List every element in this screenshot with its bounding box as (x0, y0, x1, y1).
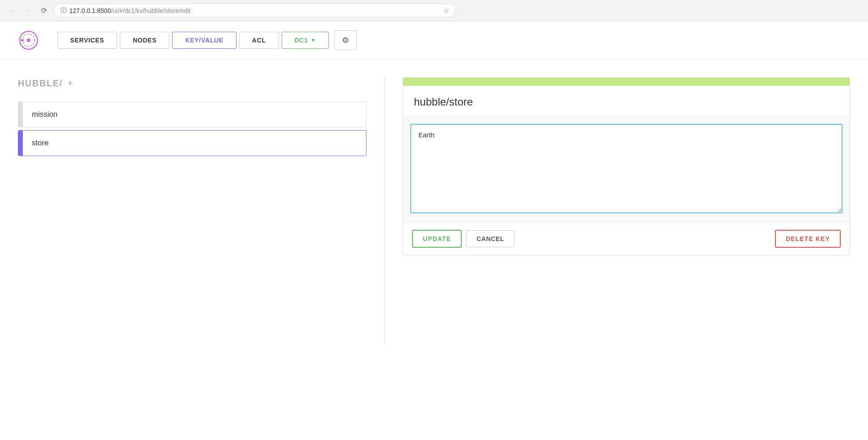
left-panel: HUBBLE/ + mission store (18, 77, 367, 156)
kv-item-label-store: store (23, 131, 58, 156)
app-logo (18, 30, 39, 51)
nav-services-button[interactable]: SERVICES (57, 32, 117, 49)
nav-acl-button[interactable]: ACL (239, 32, 279, 49)
edit-card-body: Earth (403, 117, 850, 222)
kv-list: mission store (18, 102, 367, 156)
edit-card-header-bar (403, 78, 850, 86)
url-host: 127.0.0.1:8500 (69, 7, 111, 14)
address-bar: ⓘ 127.0.0.1:8500/ui/#/dc1/kv/hubble/stor… (54, 4, 456, 17)
breadcrumb-path: HUBBLE/ (18, 78, 63, 88)
panel-divider (384, 77, 385, 346)
edit-card-title: hubble/store (403, 86, 850, 117)
breadcrumb: HUBBLE/ + (18, 77, 367, 89)
add-key-icon[interactable]: + (67, 77, 73, 89)
bookmark-icon[interactable]: ☆ (443, 6, 449, 15)
delete-key-button[interactable]: DELETE KEY (775, 230, 841, 248)
info-icon: ⓘ (60, 7, 67, 15)
url-path: /ui/#/dc1/kv/hubble/store/edit (111, 7, 190, 14)
browser-chrome: ← → ⟳ ⓘ 127.0.0.1:8500/ui/#/dc1/kv/hubbl… (0, 0, 868, 21)
value-textarea[interactable]: Earth (410, 124, 843, 213)
app-header: SERVICES NODES KEY/VALUE ACL DC1 ▼ ⚙ (0, 21, 868, 59)
svg-point-3 (21, 39, 24, 42)
update-button[interactable]: UPDATE (412, 230, 462, 248)
kv-item-indicator-selected (18, 131, 23, 156)
svg-point-2 (27, 38, 30, 42)
edit-card: hubble/store Earth UPDATE CANCEL DELETE … (403, 77, 850, 255)
nav-dc-button[interactable]: DC1 ▼ (282, 32, 329, 49)
settings-button[interactable]: ⚙ (334, 30, 357, 50)
forward-button[interactable]: → (21, 4, 34, 17)
gear-icon: ⚙ (342, 36, 349, 45)
kv-item-mission[interactable]: mission (18, 102, 367, 127)
nav-nodes-button[interactable]: NODES (120, 32, 169, 49)
kv-item-label: mission (23, 102, 67, 127)
main-content: HUBBLE/ + mission store hubble/store Ear… (0, 59, 868, 364)
refresh-button[interactable]: ⟳ (38, 4, 50, 17)
url-display: 127.0.0.1:8500/ui/#/dc1/kv/hubble/store/… (69, 7, 440, 14)
dc-label: DC1 (295, 37, 308, 44)
edit-card-footer: UPDATE CANCEL DELETE KEY (403, 222, 850, 255)
kv-item-indicator (18, 102, 23, 127)
back-button[interactable]: ← (5, 4, 18, 17)
cancel-button[interactable]: CANCEL (466, 230, 514, 247)
nav-kv-button[interactable]: KEY/VALUE (172, 32, 236, 49)
chevron-down-icon: ▼ (311, 37, 316, 43)
right-panel: hubble/store Earth UPDATE CANCEL DELETE … (403, 77, 850, 255)
kv-item-store[interactable]: store (18, 130, 367, 156)
